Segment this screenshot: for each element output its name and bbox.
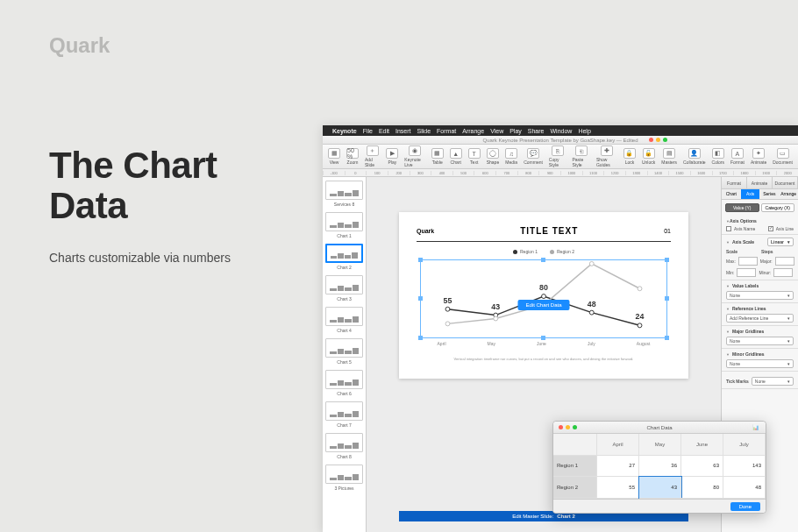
zoom-icon[interactable] [573, 425, 577, 429]
scale-max-input[interactable] [738, 257, 758, 266]
slide-thumbnail[interactable]: 3 Pictures [325, 465, 363, 491]
slide-thumbnail[interactable]: Chart 1 [325, 212, 363, 238]
data-cell[interactable]: 55 [597, 477, 639, 499]
data-cell[interactable]: 43 [639, 477, 681, 499]
toolbar-colors[interactable]: ◧Colors [710, 148, 726, 165]
close-icon[interactable] [559, 425, 563, 429]
toolbar-animate[interactable]: ✦Animate [749, 148, 768, 165]
toolbar-chart[interactable]: ▲Chart [448, 148, 464, 165]
resize-handle[interactable] [418, 296, 423, 301]
column-header[interactable]: July [723, 434, 766, 456]
menu-item[interactable]: Help [578, 128, 590, 134]
toolbar-masters[interactable]: ▤Masters [659, 148, 679, 165]
menu-item[interactable]: Arrange [462, 128, 484, 134]
tick-marks-select[interactable]: None▾ [752, 377, 794, 386]
toolbar-format[interactable]: AFormat [729, 148, 746, 165]
section-major-gridlines[interactable]: Major Gridlines [726, 329, 794, 334]
subtab-arrange[interactable]: Arrange [779, 189, 798, 199]
menu-item[interactable]: Edit [379, 128, 389, 134]
tab-animate[interactable]: Animate [747, 177, 773, 188]
major-gridlines-select[interactable]: None▾ [726, 337, 794, 345]
chart-data-editor[interactable]: Chart Data 📊 AprilMayJuneJulyRegion 1273… [552, 421, 766, 514]
resize-handle[interactable] [665, 336, 669, 340]
column-header[interactable]: April [597, 434, 639, 456]
row-header[interactable]: Region 1 [553, 456, 597, 478]
slide-thumbnail[interactable]: Chart 5 [325, 338, 363, 365]
minor-gridlines-select[interactable]: None▾ [726, 359, 794, 368]
slide-title[interactable]: TITLE TEXT [520, 226, 578, 236]
value-labels-select[interactable]: None▾ [726, 291, 794, 300]
toolbar-media[interactable]: ♫Media [503, 148, 519, 165]
menu-item[interactable]: Keynote [332, 128, 357, 134]
tab-document[interactable]: Document [773, 177, 798, 188]
done-button[interactable]: Done [730, 502, 760, 511]
subtab-series[interactable]: Series [759, 189, 779, 199]
toolbar-comment[interactable]: 💬Comment [522, 148, 545, 165]
minimize-icon[interactable] [566, 425, 570, 429]
data-cell[interactable]: 36 [639, 456, 681, 478]
checkbox-axis-name[interactable] [726, 226, 731, 231]
toolbar-table[interactable]: ▦Table [430, 148, 445, 165]
tab-format[interactable]: Format [722, 177, 747, 188]
pill-value-y[interactable]: Value (Y) [725, 203, 759, 212]
toolbar-shape[interactable]: ◯Shape [485, 148, 501, 165]
column-header[interactable]: June [681, 434, 723, 456]
slide-thumbnail[interactable]: Chart 7 [325, 401, 363, 428]
menu-item[interactable]: View [490, 128, 503, 134]
slide-thumbnail[interactable]: Services 8 [325, 181, 363, 207]
toolbar-document[interactable]: ▭Document [771, 148, 794, 165]
toolbar-view[interactable]: ▦View [326, 148, 342, 165]
section-reference-lines[interactable]: Reference Lines [726, 306, 794, 311]
resize-handle[interactable] [418, 258, 423, 262]
menu-item[interactable]: Window [551, 128, 573, 134]
data-cell[interactable]: 27 [597, 456, 639, 478]
minimize-icon[interactable] [656, 138, 660, 142]
section-axis-scale[interactable]: Axis ScaleLinear▾ [726, 238, 794, 246]
data-cell[interactable]: 48 [723, 477, 766, 499]
resize-handle[interactable] [418, 336, 423, 340]
slide-caption[interactable]: Vertical integration timeframe nor curve… [417, 357, 671, 362]
section-value-labels[interactable]: Value Labels [726, 283, 794, 288]
column-header[interactable]: May [639, 434, 681, 456]
data-cell[interactable]: 80 [681, 477, 723, 499]
menu-item[interactable]: Share [528, 128, 545, 134]
toolbar-unlock[interactable]: 🔓Unlock [640, 148, 657, 165]
edit-chart-data-button[interactable]: Edit Chart Data [517, 300, 569, 310]
toolbar-zoom[interactable]: 50 %Zoom [345, 148, 360, 165]
slide-thumbnail[interactable]: Chart 6 [325, 370, 363, 396]
chart-type-icon[interactable]: 📊 [752, 424, 759, 430]
checkbox-axis-line[interactable] [768, 226, 773, 231]
menu-item[interactable]: Format [437, 128, 456, 134]
toolbar-copy-style[interactable]: ⎘Copy Style [547, 145, 568, 167]
section-axis-options[interactable]: Axis Options [726, 218, 794, 223]
toolbar-show-guides[interactable]: ✚Show Guides [595, 145, 619, 167]
subtab-axis[interactable]: Axis [741, 189, 760, 199]
data-cell[interactable]: 63 [681, 456, 723, 478]
pill-category-x[interactable]: Category (X) [761, 203, 795, 212]
resize-handle[interactable] [541, 258, 545, 262]
scale-type-select[interactable]: Linear▾ [767, 238, 794, 246]
resize-handle[interactable] [665, 258, 669, 262]
steps-minor-input[interactable] [773, 268, 793, 277]
resize-handle[interactable] [665, 296, 669, 301]
toolbar-paste-style[interactable]: ⎗Paste Style [570, 145, 591, 167]
toolbar-text[interactable]: TText [467, 148, 482, 165]
close-icon[interactable] [649, 138, 653, 142]
menu-item[interactable]: File [363, 128, 373, 134]
chart-object[interactable]: 55 43 80 48 24 Edit Chart Data [420, 259, 667, 338]
resize-handle[interactable] [541, 336, 545, 340]
slide-thumbnail[interactable]: Chart 8 [325, 433, 363, 459]
toolbar-play[interactable]: ▶Play [384, 148, 400, 165]
scale-min-input[interactable] [737, 268, 756, 277]
toolbar-keynote-live[interactable]: ◉Keynote Live [403, 145, 426, 167]
reference-lines-select[interactable]: Add Reference Line▾ [726, 314, 794, 323]
data-cell[interactable]: 143 [723, 456, 766, 478]
menu-item[interactable]: Play [509, 128, 522, 134]
data-grid[interactable]: AprilMayJuneJulyRegion 1273663143Region … [553, 434, 766, 499]
row-header[interactable]: Region 2 [553, 477, 597, 499]
subtab-chart[interactable]: Chart [722, 189, 741, 199]
slide-navigator[interactable]: Services 8Chart 1Chart 2Chart 3Chart 4Ch… [323, 177, 367, 532]
section-minor-gridlines[interactable]: Minor Gridlines [726, 351, 794, 357]
slide-thumbnail[interactable]: Chart 3 [325, 275, 363, 301]
toolbar-collaborate[interactable]: 👤Collaborate [681, 148, 708, 165]
